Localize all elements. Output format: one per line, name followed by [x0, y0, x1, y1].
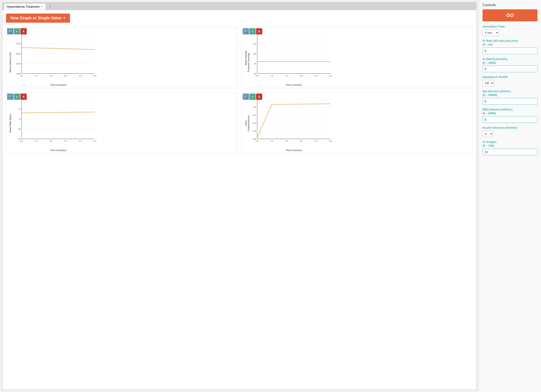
svg-text:1.0: 1.0: [35, 75, 38, 77]
graph-blood-volume: 🔍 + X Blood Volume (ml): [6, 27, 237, 88]
iv-nacl-label: IV [NaCl] (mmol/L) (0 – 1000): [483, 57, 537, 65]
svg-text:5250: 5250: [16, 63, 21, 65]
svg-text:Time (minutes): Time (minutes): [286, 83, 302, 86]
epi-infusion-group: Epi Infusion (nG/mL) (0 – 50000): [483, 90, 537, 105]
iv-rate-label: IV Rate (30 max) (mL/min) (0 – 30): [483, 39, 537, 47]
close-button-heart-rate[interactable]: X: [21, 93, 27, 100]
svg-text:2.0: 2.0: [50, 140, 52, 142]
svg-text:4.0: 4.0: [79, 75, 82, 77]
svg-text:2.0: 2.0: [285, 75, 288, 77]
graphs-grid: 🔍 + X Blood Volume (ml): [6, 27, 473, 153]
graph-urine-output-wrapper: Urine Output(ml/min) 1.25: [242, 93, 473, 153]
zoom-button-heart-rate[interactable]: 🔍: [7, 93, 13, 100]
simulation-time-group: Simulation Time 1 min 2 min 5 min 10 min…: [483, 25, 537, 36]
close-button-blood-volume[interactable]: X: [21, 28, 27, 34]
zoom-button-map[interactable]: 🔍: [243, 28, 249, 34]
new-graph-plus-icon: +: [63, 16, 66, 21]
svg-text:0.75: 0.75: [252, 114, 256, 116]
new-tab-button[interactable]: +: [47, 4, 54, 10]
svg-text:5.0: 5.0: [329, 140, 332, 142]
svg-text:5750: 5750: [16, 43, 21, 45]
add-button-map[interactable]: +: [249, 28, 256, 34]
svg-text:90: 90: [254, 63, 256, 65]
close-button-map[interactable]: X: [256, 28, 262, 34]
svg-text:0.0: 0.0: [20, 140, 23, 142]
ne-infusion-label: [NE] Infusion (nG/mL) (0 – 2000): [483, 108, 537, 115]
close-button-urine-output[interactable]: X: [256, 93, 262, 100]
hetastarch-select[interactable]: Off On: [483, 80, 494, 87]
graph-heart-rate-wrapper: Heart Rate (bpm) 80 75 70: [6, 93, 237, 153]
controls-panel: Controls GO Simulation Time 1 min 2 min …: [479, 0, 541, 392]
svg-text:3.0: 3.0: [64, 140, 67, 142]
svg-text:Urine: Urine: [244, 120, 247, 126]
new-graph-label: New Graph or Single Value: [10, 16, 61, 21]
graph-map-controls: 🔍 + X: [243, 28, 262, 34]
svg-text:3.0: 3.0: [64, 75, 67, 77]
tab-hypovolemia[interactable]: Hypovolemia Treatment ×: [4, 3, 46, 10]
content-panel: New Graph or Single Value + 🔍 + X Blood …: [2, 10, 477, 390]
new-graph-button[interactable]: New Graph or Single Value +: [6, 14, 70, 23]
svg-text:65: 65: [18, 128, 21, 130]
svg-text:0.0: 0.0: [256, 140, 259, 142]
svg-text:4.0: 4.0: [79, 140, 82, 142]
chart-urine-output: Urine Output(ml/min) 1.25: [243, 94, 336, 152]
simulation-time-select[interactable]: 1 min 2 min 5 min 10 min 30 min: [483, 30, 499, 36]
svg-text:70: 70: [18, 118, 21, 120]
svg-text:110: 110: [253, 43, 256, 45]
hetastarch-group: HetaStarch On/Off Off On: [483, 75, 537, 87]
svg-text:5.0: 5.0: [94, 75, 96, 77]
svg-text:Mean Arterial: Mean Arterial: [244, 51, 247, 65]
graph-blood-volume-controls: 🔍 + X: [7, 28, 27, 34]
svg-text:75: 75: [18, 108, 21, 110]
controls-title: Controls: [483, 3, 537, 7]
chart-map: Mean Arterial Pressure (mmHg) 120 110: [243, 29, 336, 87]
add-button-blood-volume[interactable]: +: [14, 28, 20, 34]
add-button-heart-rate[interactable]: +: [14, 93, 20, 100]
svg-text:Time (minutes): Time (minutes): [50, 83, 67, 86]
ne-infusion-input[interactable]: [483, 116, 537, 123]
hetastarch-label: HetaStarch On/Off: [483, 75, 537, 79]
zoom-button-urine-output[interactable]: 🔍: [243, 93, 249, 100]
svg-text:1.00: 1.00: [252, 106, 256, 108]
graph-blood-volume-wrapper: Blood Volume (ml): [6, 27, 237, 88]
ne-infusion-group: [NE] Infusion (nG/mL) (0 – 2000): [483, 108, 537, 123]
svg-text:Heart Rate (bpm): Heart Rate (bpm): [9, 114, 11, 133]
svg-text:Time (minutes): Time (minutes): [286, 149, 302, 152]
insulin-infusion-group: Insulin Infusion (mU/min) 0 1 2 5 10: [483, 126, 537, 137]
pct-oxygen-label: % Oxygen (0 – 100): [483, 140, 537, 148]
epi-infusion-input[interactable]: [483, 98, 537, 105]
zoom-button-blood-volume[interactable]: 🔍: [7, 28, 13, 34]
epi-infusion-label: Epi Infusion (nG/mL) (0 – 50000): [483, 90, 537, 97]
svg-text:0.0: 0.0: [256, 75, 259, 77]
graph-heart-rate: 🔍 + X Heart Rate (bpm): [6, 93, 237, 153]
svg-text:3.0: 3.0: [300, 75, 303, 77]
pct-oxygen-input[interactable]: [483, 149, 537, 155]
insulin-infusion-select[interactable]: 0 1 2 5 10: [483, 131, 494, 137]
svg-text:5500: 5500: [16, 53, 21, 55]
chart-blood-volume: Blood Volume (ml): [7, 29, 100, 87]
svg-text:1.0: 1.0: [270, 75, 273, 77]
insulin-infusion-label: Insulin Infusion (mU/min): [483, 126, 537, 130]
graph-urine-output: 🔍 + X Urine Output(ml/min): [242, 93, 473, 153]
svg-text:0.0: 0.0: [20, 75, 23, 77]
tab-bar: Hypovolemia Treatment × +: [2, 2, 477, 10]
tab-title: Hypovolemia Treatment: [7, 5, 40, 8]
go-button[interactable]: GO: [483, 9, 537, 21]
iv-nacl-input[interactable]: [483, 66, 537, 72]
add-button-urine-output[interactable]: +: [249, 93, 256, 100]
svg-text:0.25: 0.25: [252, 130, 256, 132]
tab-close-icon[interactable]: ×: [41, 5, 43, 8]
svg-text:3.0: 3.0: [300, 140, 303, 142]
svg-text:100: 100: [253, 53, 256, 55]
svg-text:1.0: 1.0: [270, 140, 273, 142]
pct-oxygen-group: % Oxygen (0 – 100): [483, 140, 537, 155]
graph-map: 🔍 + X Mean Arterial Pressure (mmHg): [242, 27, 473, 88]
iv-rate-input[interactable]: [483, 47, 537, 54]
svg-text:4.0: 4.0: [314, 140, 317, 142]
chart-heart-rate: Heart Rate (bpm) 80 75 70: [7, 94, 100, 152]
svg-text:5.0: 5.0: [94, 140, 96, 142]
svg-text:0.50: 0.50: [252, 122, 256, 124]
svg-text:2.0: 2.0: [50, 75, 52, 77]
iv-rate-group: IV Rate (30 max) (mL/min) (0 – 30): [483, 39, 537, 54]
svg-text:2.0: 2.0: [285, 140, 288, 142]
